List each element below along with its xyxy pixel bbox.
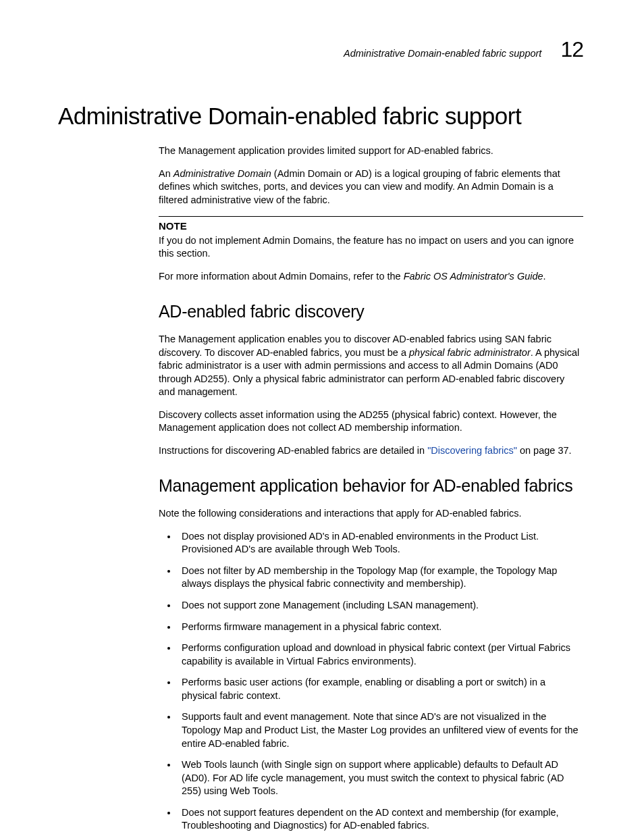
behavior-bullet-list: Does not display provisioned AD's in AD-… xyxy=(159,530,583,833)
note-rule xyxy=(159,216,583,217)
chapter-number: 12 xyxy=(560,37,583,62)
page-title: Administrative Domain-enabled fabric sup… xyxy=(58,103,583,130)
intro-paragraph-1: The Management application provides limi… xyxy=(159,145,583,158)
list-item: Web Tools launch (with Single sign on su… xyxy=(178,758,583,798)
note-label: NOTE xyxy=(159,219,583,233)
discovery-paragraph-3: Instructions for discovering AD-enabled … xyxy=(159,444,583,458)
term-admin-domain: Administrative Domain xyxy=(173,168,271,179)
list-item: Performs firmware management in a physic… xyxy=(178,621,583,634)
list-item: Does not filter by AD membership in the … xyxy=(178,565,583,591)
term-physical-fabric-admin: physical fabric administrator xyxy=(409,347,531,358)
note-text: If you do not implement Admin Domains, t… xyxy=(159,234,583,261)
list-item: Does not support features dependent on t… xyxy=(178,806,583,833)
running-title: Administrative Domain-enabled fabric sup… xyxy=(344,48,541,59)
more-info-paragraph: For more information about Admin Domains… xyxy=(159,270,583,284)
text-run: For more information about Admin Domains… xyxy=(159,271,404,282)
behavior-intro: Note the following considerations and in… xyxy=(159,507,583,521)
list-item: Does not display provisioned AD's in AD-… xyxy=(178,530,583,556)
running-header: Administrative Domain-enabled fabric sup… xyxy=(61,37,583,62)
body-column: The Management application provides limi… xyxy=(159,145,583,833)
list-item: Performs basic user actions (for example… xyxy=(178,676,583,702)
text-run: . xyxy=(543,271,546,282)
text-run: scovery. To discover AD-enabled fabrics,… xyxy=(166,347,409,358)
subheading-behavior: Management application behavior for AD-e… xyxy=(159,475,583,498)
list-item: Supports fault and event management. Not… xyxy=(178,710,583,750)
document-page: Administrative Domain-enabled fabric sup… xyxy=(0,0,644,834)
text-run: on page 37. xyxy=(517,445,572,456)
discovery-paragraph-1: The Management application enables you t… xyxy=(159,333,583,399)
discovery-paragraph-2: Discovery collects asset information usi… xyxy=(159,409,583,435)
subheading-discovery: AD-enabled fabric discovery xyxy=(159,301,583,323)
text-run: Instructions for discovering AD-enabled … xyxy=(159,445,427,456)
list-item: Performs configuration upload and downlo… xyxy=(178,642,583,668)
intro-paragraph-2: An Administrative Domain (Admin Domain o… xyxy=(159,167,583,207)
reference-title: Fabric OS Administrator's Guide xyxy=(404,271,543,282)
link-discovering-fabrics[interactable]: "Discovering fabrics" xyxy=(427,445,517,456)
list-item: Does not support zone Management (includ… xyxy=(178,599,583,613)
text-run: An xyxy=(159,168,173,179)
